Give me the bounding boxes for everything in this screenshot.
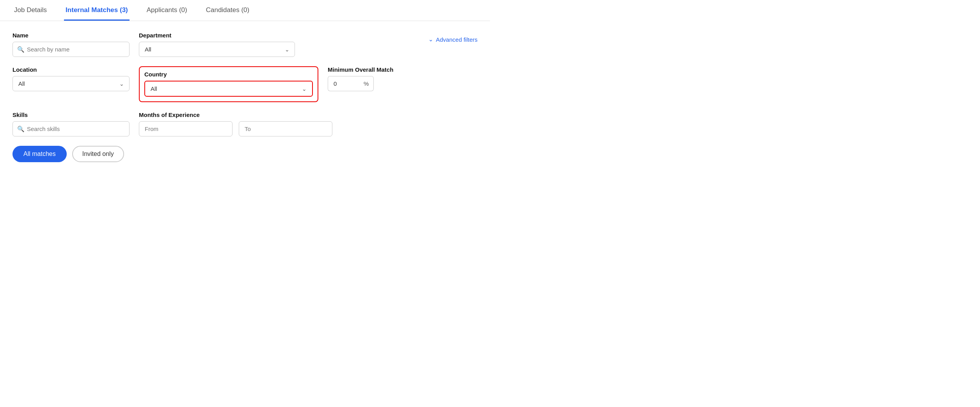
country-select-wrap: All ⌄	[144, 81, 313, 97]
location-select[interactable]: All	[12, 76, 130, 91]
advanced-filters-group: ⌄ Advanced filters	[304, 32, 478, 48]
tab-applicants[interactable]: Applicants (0)	[145, 0, 189, 21]
months-to-input[interactable]	[239, 121, 332, 136]
filter-row-2: Location All ⌄ Country All ⌄ Minimum O	[12, 66, 478, 102]
months-inputs	[139, 121, 332, 136]
filter-row-3: Skills 🔍 Months of Experience	[12, 111, 478, 136]
department-select-wrap: All ⌄	[139, 42, 295, 57]
months-label: Months of Experience	[139, 111, 200, 118]
skills-input-wrap: 🔍	[12, 121, 130, 136]
chevron-down-adv-icon: ⌄	[428, 36, 433, 43]
department-select[interactable]: All	[139, 42, 295, 57]
search-skills-icon: 🔍	[17, 126, 25, 133]
location-filter-group: Location All ⌄	[12, 66, 130, 91]
name-input-wrap: 🔍	[12, 42, 130, 57]
tabs-bar: Job Details Internal Matches (3) Applica…	[0, 0, 490, 21]
tab-candidates[interactable]: Candidates (0)	[204, 0, 251, 21]
invited-only-button[interactable]: Invited only	[72, 146, 124, 162]
months-from-input[interactable]	[139, 121, 233, 136]
name-filter-group: Name 🔍	[12, 32, 130, 57]
months-inner: Months of Experience	[139, 111, 478, 136]
advanced-filters-label: Advanced filters	[436, 36, 478, 43]
skills-search-input[interactable]	[12, 121, 130, 136]
min-match-label: Minimum Overall Match	[328, 66, 478, 73]
filter-row-buttons: All matches Invited only	[12, 146, 478, 162]
percent-label: %	[359, 76, 374, 91]
country-filter-group: Country All ⌄	[139, 66, 318, 102]
name-label: Name	[12, 32, 130, 39]
country-label: Country	[144, 71, 313, 78]
min-match-input[interactable]	[328, 76, 359, 91]
country-select[interactable]: All	[145, 81, 312, 96]
advanced-filters-button[interactable]: ⌄ Advanced filters	[428, 32, 478, 47]
min-match-filter-group: Minimum Overall Match %	[328, 66, 478, 91]
skills-filter-group: Skills 🔍	[12, 111, 130, 136]
filters-content: Name 🔍 Department All ⌄ ⌄ Advanced filte…	[0, 21, 490, 175]
location-select-wrap: All ⌄	[12, 76, 130, 91]
country-highlight-box: Country All ⌄	[139, 66, 318, 102]
name-search-input[interactable]	[12, 42, 130, 57]
filter-row-1: Name 🔍 Department All ⌄ ⌄ Advanced filte…	[12, 32, 478, 57]
department-filter-group: Department All ⌄	[139, 32, 295, 57]
tab-job-details[interactable]: Job Details	[12, 0, 48, 21]
skills-label: Skills	[12, 111, 130, 118]
location-label: Location	[12, 66, 130, 73]
min-match-input-wrap: %	[328, 76, 478, 91]
search-icon: 🔍	[17, 46, 25, 53]
all-matches-button[interactable]: All matches	[12, 146, 67, 162]
department-label: Department	[139, 32, 295, 39]
months-experience-filter-group: Months of Experience	[139, 111, 478, 136]
tab-internal-matches[interactable]: Internal Matches (3)	[64, 0, 130, 21]
